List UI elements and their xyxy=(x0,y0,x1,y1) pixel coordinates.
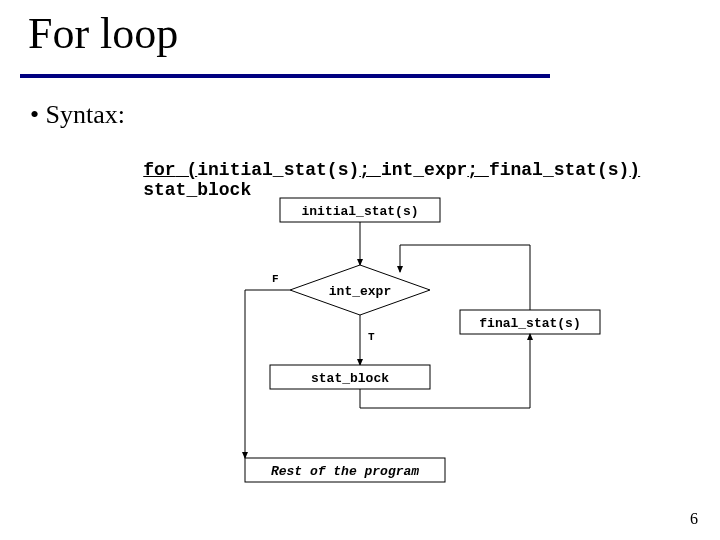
bullet-syntax: • Syntax: xyxy=(30,100,125,130)
node-rest: Rest of the program xyxy=(271,464,419,479)
lparen: ( xyxy=(176,160,198,180)
label-true: T xyxy=(368,331,375,343)
node-body: stat_block xyxy=(311,371,389,386)
label-false: F xyxy=(272,273,279,285)
semi-2: ; xyxy=(467,160,489,180)
rparen: ) xyxy=(629,160,640,180)
syntax-init: initial_stat(s) xyxy=(197,160,359,180)
flowchart: initial_stat(s) int_expr F T final_stat(… xyxy=(150,190,610,510)
node-cond: int_expr xyxy=(329,284,391,299)
semi-1: ; xyxy=(359,160,381,180)
node-init: initial_stat(s) xyxy=(301,204,418,219)
syntax-final: final_stat(s) xyxy=(489,160,629,180)
page-title: For loop xyxy=(28,8,178,59)
kw-for: for xyxy=(143,160,175,180)
node-final: final_stat(s) xyxy=(479,316,580,331)
page-number: 6 xyxy=(690,510,698,528)
syntax-cond: int_expr xyxy=(381,160,467,180)
title-underline xyxy=(20,74,550,78)
slide: For loop • Syntax: for (initial_stat(s);… xyxy=(0,0,720,540)
